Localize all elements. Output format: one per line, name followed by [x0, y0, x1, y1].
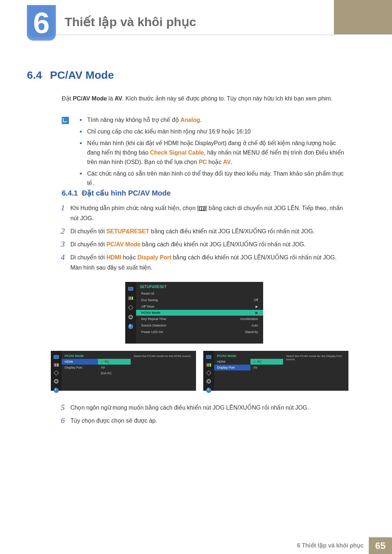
- step-number: 1: [57, 203, 68, 213]
- menu-icon: [199, 206, 205, 211]
- step-body: Khi Hướng dẫn phím chức năng xuất hiện, …: [68, 203, 344, 223]
- step-number: 4: [57, 253, 68, 262]
- steps-block-1: 1 Khi Hướng dẫn phím chức năng xuất hiện…: [57, 203, 344, 276]
- note-item: Chỉ cung cấp cho các kiểu màn hình rộng …: [80, 127, 345, 136]
- osd-col-modes: PCAVDVI PC: [98, 352, 131, 389]
- step-body: Chọn ngôn ngữ mong muốn bằng cách điều k…: [68, 403, 344, 413]
- step-4: 4 Di chuyển tới HDMI hoặc Dispaly Port b…: [57, 253, 344, 273]
- bars-icon: [206, 363, 212, 367]
- arrows-icon: [128, 305, 134, 310]
- gear-icon: [206, 379, 212, 383]
- osd-item: Display Port: [214, 365, 250, 370]
- monitor-icon: [206, 355, 212, 359]
- osd-hint: Select the PC/AV mode for the HDMI sourc…: [131, 352, 196, 389]
- osd-col-sources: PC/AV Mode HDMIDisplay Port: [62, 352, 98, 389]
- arrows-icon: [206, 371, 212, 375]
- chapter-number-box: 6: [27, 5, 56, 41]
- step-6: 6 Tùy chọn được chọn sẽ được áp.: [57, 416, 344, 426]
- step-number: 6: [57, 416, 68, 425]
- page-number: 65: [369, 537, 392, 554]
- osd-col-modes: PCAV: [250, 352, 283, 389]
- osd-content: SETUP&RESET Reset AllEco SavingOffOff Ti…: [136, 282, 263, 344]
- osd-setup-reset: SETUP&RESET Reset AllEco SavingOffOff Ti…: [125, 282, 263, 344]
- osd-item: HDMI: [214, 359, 250, 365]
- step-number: 3: [57, 239, 68, 249]
- step-body: Tùy chọn được chọn sẽ được áp.: [68, 416, 344, 426]
- gear-icon: [53, 379, 59, 383]
- arrows-icon: [53, 371, 59, 375]
- note-block: Tính năng này không hỗ trợ chế độ Analog…: [62, 115, 345, 190]
- osd-item: AV: [250, 365, 283, 370]
- osd-item: PC: [250, 359, 283, 365]
- note-item: Nếu màn hình (khi cài đặt về HDMI hoặc D…: [80, 139, 345, 167]
- bars-icon: [53, 363, 59, 367]
- osd-row: Reset All: [136, 290, 263, 297]
- top-accent-bar: [334, 0, 392, 34]
- osd-subheader: PC/AV Mode: [62, 353, 98, 359]
- monitor-icon: [128, 286, 134, 291]
- osd-item: DVI PC: [98, 370, 131, 376]
- osd-sidebar: [51, 351, 62, 391]
- osd-row: Source DetectionAuto: [136, 322, 263, 329]
- step-body: Di chuyển tới SETUP&RESET bằng cách điều…: [68, 226, 344, 237]
- page-footer: 6 Thiết lập và khôi phục 65: [0, 537, 392, 554]
- osd-item: AV: [98, 365, 131, 370]
- osd-col-sources: PC/AV Mode HDMIDisplay Port: [214, 352, 250, 389]
- note-list: Tính năng này không hỗ trợ chế độ Analog…: [80, 115, 345, 188]
- monitor-icon: [53, 355, 59, 359]
- osd-pcav-hdmi: PC/AV Mode HDMIDisplay Port PCAVDVI PC S…: [51, 351, 196, 391]
- osd-row: Off Timer▶: [136, 303, 263, 310]
- subsection-heading: 6.4.1 Đặt cấu hình PC/AV Mode: [62, 189, 171, 197]
- osd-sidebar: [203, 351, 214, 391]
- section-title: PC/AV Mode: [50, 69, 114, 81]
- step-number: 2: [57, 226, 68, 236]
- step-1: 1 Khi Hướng dẫn phím chức năng xuất hiện…: [57, 203, 344, 223]
- step-body: Di chuyển tới PC/AV Mode bằng cách điều …: [68, 239, 344, 250]
- intro-paragraph: Đặt PC/AV Mode là AV. Kích thước ảnh này…: [62, 94, 338, 104]
- note-item: Các chức năng có sẵn trên màn hình có th…: [80, 169, 345, 188]
- osd-row: Eco SavingOff: [136, 297, 263, 303]
- info-icon: [128, 324, 134, 329]
- title-underline: [56, 34, 334, 35]
- chapter-title: Thiết lập và khôi phục: [65, 15, 196, 29]
- osd-header: SETUP&RESET: [136, 283, 263, 290]
- step-2: 2 Di chuyển tới SETUP&RESET bằng cách đi…: [57, 226, 344, 237]
- bars-icon: [128, 296, 134, 301]
- note-item: Tính năng này không hỗ trợ chế độ Analog…: [80, 115, 345, 125]
- section-heading: 6.4PC/AV Mode: [27, 69, 114, 81]
- osd-hint: Select the PC/AV mode for the Dispaly Po…: [283, 352, 348, 389]
- osd-pcav-displayport: PC/AV Mode HDMIDisplay Port PCAV Select …: [203, 351, 348, 391]
- osd-item: PC: [98, 359, 131, 365]
- step-number: 5: [57, 403, 68, 412]
- osd-item: Display Port: [62, 365, 98, 370]
- osd-row: Power LED OnStand-by: [136, 329, 263, 335]
- step-body: Di chuyển tới HDMI hoặc Dispaly Port bằn…: [68, 253, 344, 273]
- info-icon: [53, 388, 59, 393]
- osd-subheader: PC/AV Mode: [214, 353, 250, 359]
- info-icon: [206, 388, 212, 393]
- section-number: 6.4: [27, 69, 42, 81]
- footer-text: 6 Thiết lập và khôi phục: [297, 537, 369, 554]
- osd-sidebar: [125, 282, 136, 344]
- steps-block-2: 5 Chọn ngôn ngữ mong muốn bằng cách điều…: [57, 403, 344, 429]
- gear-icon: [128, 315, 134, 320]
- step-3: 3 Di chuyển tới PC/AV Mode bằng cách điề…: [57, 239, 344, 250]
- osd-row: PC/AV Mode▶: [136, 310, 263, 316]
- note-icon: [62, 117, 69, 124]
- osd-row: Key Repeat TimeAcceleration: [136, 316, 263, 322]
- osd-item: HDMI: [62, 359, 98, 365]
- step-5: 5 Chọn ngôn ngữ mong muốn bằng cách điều…: [57, 403, 344, 413]
